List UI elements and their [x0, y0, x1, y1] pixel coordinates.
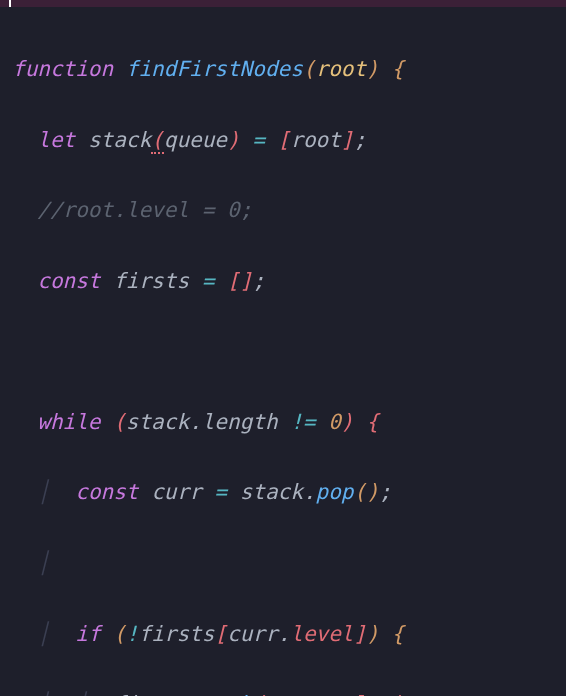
fn-pop: pop [316, 480, 354, 504]
code-line[interactable]: function findFirstNodes(root) { [12, 52, 554, 87]
text-cursor [9, 0, 11, 7]
dot: . [303, 480, 316, 504]
id-firsts: firsts [113, 269, 189, 293]
id-queue: queue [164, 128, 227, 152]
paren-close: ) [366, 622, 379, 646]
comment: //root.level = 0; [37, 198, 252, 222]
semicolon: ; [252, 269, 265, 293]
code-line[interactable]: const firsts = []; [12, 264, 554, 299]
op-assign: = [252, 128, 265, 152]
paren-open: ( [353, 480, 366, 504]
keyword-let: let [37, 128, 75, 152]
indent-guide: │ [37, 551, 50, 575]
keyword-const: const [37, 269, 100, 293]
indent-guide: │ [37, 480, 50, 504]
code-line[interactable]: │ if (!firsts[curr.level]) { [12, 617, 554, 652]
paren-close: ) [341, 410, 354, 434]
prop-value: value [328, 692, 391, 696]
num-zero: 0 [328, 410, 341, 434]
title-bar [0, 0, 566, 7]
bracket-close: ] [341, 128, 354, 152]
indent-guide: │ [37, 692, 50, 696]
paren-close: ) [366, 57, 379, 81]
bracket-open: [ [214, 622, 227, 646]
op-neq: != [290, 410, 315, 434]
blank-line[interactable] [12, 334, 554, 369]
prop-length: length [202, 410, 278, 434]
keyword-if: if [75, 622, 100, 646]
fn-push: push [202, 692, 253, 696]
function-name: findFirstNodes [126, 57, 303, 81]
semicolon: ; [354, 128, 367, 152]
indent-guide: │ [75, 692, 88, 696]
paren-open: ( [113, 410, 126, 434]
id-root: root [290, 128, 341, 152]
id-curr: curr [227, 622, 278, 646]
code-line[interactable]: //root.level = 0; [12, 193, 554, 228]
code-line[interactable]: │ const curr = stack.pop(); [12, 475, 554, 510]
dot: . [316, 692, 329, 696]
semicolon: ; [404, 692, 417, 696]
prop-level: level [290, 622, 353, 646]
brace-open: { [366, 410, 379, 434]
id-stack: stack [88, 128, 151, 152]
bracket-close: ] [353, 622, 366, 646]
indent-guide: │ [37, 622, 50, 646]
bracket-open: [ [278, 128, 291, 152]
id-firsts: firsts [113, 692, 189, 696]
code-line[interactable]: let stack(queue) = [root]; [12, 123, 554, 158]
semicolon: ; [379, 480, 392, 504]
param-root: root [315, 57, 366, 81]
code-line[interactable]: │ │ firsts.push(curr.value); [12, 687, 554, 696]
paren-close: ) [391, 692, 404, 696]
code-editor[interactable]: function findFirstNodes(root) { let stac… [0, 7, 566, 696]
id-curr: curr [265, 692, 316, 696]
id-firsts: firsts [139, 622, 215, 646]
brace-open: { [391, 622, 404, 646]
paren-open-error: ( [151, 128, 164, 154]
paren-close: ) [366, 480, 379, 504]
paren-close: ) [227, 128, 240, 152]
keyword-while: while [37, 410, 100, 434]
paren-open: ( [252, 692, 265, 696]
id-stack: stack [126, 410, 189, 434]
bracket-close: ] [240, 269, 253, 293]
dot: . [189, 410, 202, 434]
paren-open: ( [113, 622, 126, 646]
code-line[interactable]: while (stack.length != 0) { [12, 405, 554, 440]
id-curr: curr [151, 480, 202, 504]
keyword-function: function [12, 57, 113, 81]
id-stack: stack [240, 480, 303, 504]
dot: . [278, 622, 291, 646]
op-assign: = [202, 269, 215, 293]
op-not: ! [126, 622, 139, 646]
blank-line[interactable]: │ [12, 546, 554, 581]
paren-open: ( [303, 57, 316, 81]
keyword-const: const [75, 480, 138, 504]
bracket-open: [ [227, 269, 240, 293]
brace-open: { [391, 57, 404, 81]
op-assign: = [214, 480, 227, 504]
dot: . [189, 692, 202, 696]
